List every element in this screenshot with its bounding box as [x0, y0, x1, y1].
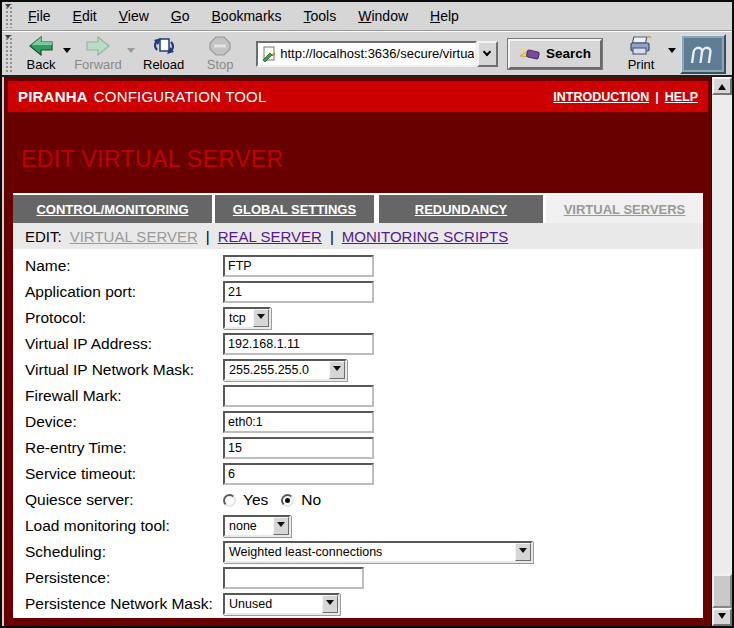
- subnav-monitoring-scripts-link[interactable]: MONITORING SCRIPTS: [342, 228, 508, 245]
- form-row: Virtual IP Address:: [25, 331, 703, 357]
- scrollbar-track[interactable]: [712, 95, 732, 608]
- virtual-server-form: Name: Application port: Protocol: tcp: [13, 249, 703, 618]
- reentry-time-input[interactable]: [223, 437, 374, 459]
- form-row: Scheduling: Weighted least-connections: [25, 539, 703, 565]
- virtual-ip-input[interactable]: [223, 333, 374, 355]
- tab-bar: CONTROL/MONITORING GLOBAL SETTINGS REDUN…: [13, 195, 703, 223]
- vip-netmask-select[interactable]: 255.255.255.0: [223, 359, 347, 381]
- menu-bar: File Edit View Go Bookmarks Tools Window…: [2, 2, 732, 31]
- firewall-mark-input[interactable]: [223, 385, 374, 407]
- chevron-down-icon: [483, 48, 491, 56]
- menu-tools[interactable]: Tools: [293, 8, 348, 24]
- quiesce-yes-radio[interactable]: [223, 494, 236, 507]
- mozilla-m-icon: [689, 42, 717, 66]
- reload-icon: [152, 36, 176, 56]
- url-history-dropdown-button[interactable]: [477, 41, 498, 67]
- subnav-separator: |: [206, 228, 210, 245]
- browser-window: File Edit View Go Bookmarks Tools Window…: [0, 0, 734, 628]
- menu-go[interactable]: Go: [160, 8, 201, 24]
- page-title: EDIT VIRTUAL SERVER: [4, 112, 711, 193]
- mozilla-logo[interactable]: [680, 34, 726, 74]
- url-input[interactable]: [280, 46, 474, 61]
- subnav-real-server-link[interactable]: REAL SERVER: [218, 228, 322, 245]
- back-button[interactable]: Back: [17, 35, 67, 72]
- header-links: INTRODUCTION | HELP: [553, 90, 698, 104]
- form-row: Quiesce server: Yes No: [25, 487, 703, 513]
- scroll-up-button[interactable]: [712, 77, 732, 95]
- form-row: Name:: [25, 253, 703, 279]
- form-row: Virtual IP Network Mask: 255.255.255.0: [25, 357, 703, 383]
- persistence-label: Persistence:: [25, 569, 223, 587]
- subnav-prefix: EDIT:: [25, 228, 62, 245]
- forward-dropdown-arrow[interactable]: [127, 48, 135, 57]
- forward-arrow-icon: [85, 36, 111, 56]
- form-row: Application port:: [25, 279, 703, 305]
- protocol-label: Protocol:: [25, 309, 223, 327]
- url-field: [256, 41, 477, 67]
- back-arrow-icon: [28, 36, 54, 56]
- scheduling-select[interactable]: Weighted least-connections: [223, 541, 533, 563]
- dropdown-arrow-icon: [273, 517, 289, 535]
- menubar-grip-handle[interactable]: [4, 4, 14, 28]
- introduction-link[interactable]: INTRODUCTION: [553, 90, 649, 104]
- persistence-netmask-select[interactable]: Unused: [223, 593, 340, 615]
- print-button[interactable]: Print: [616, 35, 668, 72]
- scheduling-label: Scheduling:: [25, 543, 223, 561]
- dropdown-arrow-icon: [322, 595, 338, 613]
- browser-viewport: PIRANHA CONFIGURATION TOOL INTRODUCTION …: [2, 75, 732, 626]
- search-button[interactable]: Search: [508, 39, 602, 69]
- menu-bookmarks[interactable]: Bookmarks: [201, 8, 293, 24]
- form-row: Re-entry Time:: [25, 435, 703, 461]
- load-monitoring-select[interactable]: none: [223, 515, 291, 537]
- form-row: Persistence:: [25, 565, 703, 591]
- protocol-select[interactable]: tcp: [223, 307, 271, 329]
- application-port-input[interactable]: [223, 281, 374, 303]
- tab-global-settings[interactable]: GLOBAL SETTINGS: [215, 195, 374, 223]
- device-input[interactable]: [223, 411, 374, 433]
- stop-button[interactable]: Stop: [198, 35, 244, 72]
- scrollbar-thumb[interactable]: [712, 574, 732, 608]
- menu-window[interactable]: Window: [347, 8, 419, 24]
- page-bookmark-icon: [262, 46, 276, 62]
- header-link-separator: |: [655, 90, 659, 104]
- menu-help[interactable]: Help: [419, 8, 470, 24]
- piranha-header-bar: PIRANHA CONFIGURATION TOOL INTRODUCTION …: [8, 81, 708, 112]
- stop-icon: [209, 36, 231, 56]
- app-title: PIRANHA CONFIGURATION TOOL: [18, 88, 267, 105]
- dropdown-arrow-icon: [515, 543, 531, 561]
- form-row: Load monitoring tool: none: [25, 513, 703, 539]
- form-row: Device:: [25, 409, 703, 435]
- form-row: Firewall Mark:: [25, 383, 703, 409]
- print-dropdown-arrow[interactable]: [668, 48, 676, 57]
- dropdown-arrow-icon: [329, 361, 345, 379]
- help-link[interactable]: HELP: [665, 90, 698, 104]
- device-label: Device:: [25, 413, 223, 431]
- tab-virtual-servers[interactable]: VIRTUAL SERVERS: [546, 195, 703, 223]
- quiesce-no-radio[interactable]: [281, 494, 294, 507]
- menu-file[interactable]: File: [17, 8, 62, 24]
- scroll-down-button[interactable]: [712, 608, 732, 626]
- edit-subnav: EDIT: VIRTUAL SERVER | REAL SERVER | MON…: [13, 223, 703, 249]
- menu-view[interactable]: View: [108, 8, 160, 24]
- persistence-netmask-label: Persistence Network Mask:: [25, 595, 223, 613]
- form-row: Service timeout:: [25, 461, 703, 487]
- quiesce-radio-group: Yes No: [223, 491, 334, 509]
- quiesce-server-label: Quiesce server:: [25, 491, 223, 509]
- dropdown-arrow-icon: [253, 309, 269, 327]
- subnav-virtual-server-link[interactable]: VIRTUAL SERVER: [70, 228, 198, 245]
- toolbar-grip-handle[interactable]: [4, 35, 14, 72]
- load-monitoring-label: Load monitoring tool:: [25, 517, 223, 535]
- tab-redundancy[interactable]: REDUNDANCY: [379, 195, 543, 223]
- persistence-input[interactable]: [223, 567, 364, 589]
- forward-button[interactable]: Forward: [67, 35, 131, 72]
- flashlight-icon: [519, 46, 541, 62]
- page-content: CONTROL/MONITORING GLOBAL SETTINGS REDUN…: [13, 193, 703, 618]
- vertical-scrollbar: [711, 77, 732, 626]
- service-timeout-input[interactable]: [223, 463, 374, 485]
- application-port-label: Application port:: [25, 283, 223, 301]
- menu-edit[interactable]: Edit: [62, 8, 108, 24]
- tab-control-monitoring[interactable]: CONTROL/MONITORING: [13, 195, 212, 223]
- name-input[interactable]: [223, 255, 374, 277]
- reload-button[interactable]: Reload: [139, 35, 190, 72]
- piranha-page: PIRANHA CONFIGURATION TOOL INTRODUCTION …: [2, 77, 711, 626]
